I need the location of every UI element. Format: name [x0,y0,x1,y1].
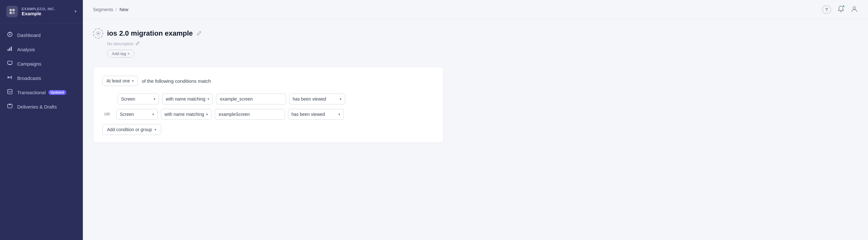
page-title: ios 2.0 migration example [107,29,193,38]
svg-rect-14 [11,76,12,79]
analysis-icon [6,46,13,53]
page-description: No description [107,41,858,46]
breadcrumb-separator: / [116,7,117,12]
condition-1-type-label: Screen [121,97,135,102]
topbar-icons: ? [822,5,858,14]
sidebar-chevron-icon: ▾ [74,9,76,14]
company-name: EXAMPLECO, INC. [22,7,71,11]
svg-rect-10 [8,61,12,64]
breadcrumb: Segments / New [93,7,128,12]
match-operator-select[interactable]: At least one ▾ [102,76,138,86]
desc-edit-icon[interactable] [135,41,140,46]
sidebar-item-dashboard[interactable]: Dashboard [0,28,83,42]
sidebar-item-label: Analysis [17,47,35,52]
svg-rect-13 [10,76,10,78]
updated-badge: Updated [49,90,66,95]
condition-1-operator-label: with name matching [166,97,206,102]
sidebar-item-label: Deliveries & Drafts [17,104,57,109]
sidebar-item-analysis[interactable]: Analysis [0,43,83,56]
sidebar: EXAMPLECO, INC. Example ▾ Dashboard [0,0,83,240]
help-icon[interactable]: ? [822,5,831,14]
svg-rect-15 [8,90,12,94]
transactional-label-wrap: Transactional Updated [17,90,66,95]
sidebar-item-transactional[interactable]: Transactional Updated [0,85,83,99]
match-operator-caret: ▾ [132,79,134,83]
or-label: OR [102,112,112,116]
title-edit-icon[interactable] [196,31,202,37]
svg-point-17 [853,7,856,9]
deliveries-icon [6,103,13,110]
svg-rect-3 [12,12,15,14]
page-content-area: ios 2.0 migration example No description… [83,20,868,240]
condition-1-operator-caret: ▾ [208,97,209,101]
sidebar-company-info: EXAMPLECO, INC. Example [22,7,71,16]
user-icon[interactable] [851,5,858,14]
svg-marker-12 [8,76,9,79]
condition-1-result-label: has been viewed [293,97,326,102]
breadcrumb-current: New [120,7,128,12]
dashboard-icon [6,32,13,39]
svg-rect-11 [9,64,11,65]
sidebar-item-label: Dashboard [17,32,40,38]
match-suffix-text: of the following conditions match [142,78,211,84]
sidebar-item-label: Campaigns [17,61,41,67]
sidebar-header[interactable]: EXAMPLECO, INC. Example ▾ [0,0,83,23]
condition-row-1: Screen ▾ with name matching ▾ has been v… [102,94,434,104]
condition-1-result-caret: ▾ [340,97,342,101]
add-condition-label: Add condition or group [107,127,152,132]
sidebar-item-label: Broadcasts [17,75,41,81]
notification-icon[interactable] [837,5,844,14]
condition-1-value-input[interactable] [216,94,286,104]
condition-2-value-input[interactable] [215,109,285,120]
sidebar-item-broadcasts[interactable]: Broadcasts [0,71,83,85]
transactional-label: Transactional [17,90,46,95]
condition-1-type-caret: ▾ [154,97,155,101]
transactional-icon [6,89,13,96]
breadcrumb-parent[interactable]: Segments [93,7,113,12]
main-content: Segments / New ? [83,0,868,240]
condition-2-result-select[interactable]: has been viewed ▾ [288,109,344,120]
sidebar-item-campaigns[interactable]: Campaigns [0,57,83,71]
svg-rect-7 [8,49,9,51]
svg-rect-9 [11,46,12,51]
sidebar-nav: Dashboard Analysis Campaigns [0,23,83,119]
condition-row-2: OR Screen ▾ with name matching ▾ has bee… [102,109,434,120]
topbar: Segments / New ? [83,0,868,20]
sidebar-logo [6,6,18,17]
add-condition-button[interactable]: Add condition or group ▾ [102,124,161,135]
condition-1-result-select[interactable]: has been viewed ▾ [289,94,345,104]
broadcasts-icon [6,74,13,82]
page-title-row: ios 2.0 migration example [93,28,858,38]
match-operator-label: At least one [106,78,130,83]
segment-icon [93,28,103,38]
match-row: At least one ▾ of the following conditio… [102,76,434,86]
add-condition-caret: ▾ [155,128,156,132]
condition-2-operator-label: with name matching [164,112,204,117]
condition-2-result-caret: ▾ [338,112,340,116]
condition-2-result-label: has been viewed [291,112,325,117]
conditions-builder: At least one ▾ of the following conditio… [93,67,443,143]
workspace-name: Example [22,11,71,16]
add-tag-button[interactable]: Add tag + [107,50,134,58]
svg-point-19 [97,33,99,34]
condition-2-type-select[interactable]: Screen ▾ [116,109,158,120]
sidebar-item-deliveries[interactable]: Deliveries & Drafts [0,100,83,114]
condition-1-type-select[interactable]: Screen ▾ [118,94,159,104]
condition-2-type-caret: ▾ [152,112,154,116]
notification-dot [842,5,845,8]
svg-rect-0 [9,9,12,11]
condition-2-operator-select[interactable]: with name matching ▾ [161,109,212,120]
svg-rect-2 [9,12,12,14]
svg-point-5 [9,34,10,35]
campaigns-icon [6,60,13,67]
svg-rect-8 [9,48,10,51]
svg-rect-1 [12,9,15,11]
condition-2-operator-caret: ▾ [206,112,208,116]
condition-1-operator-select[interactable]: with name matching ▾ [162,94,213,104]
condition-2-type-label: Screen [120,112,134,117]
